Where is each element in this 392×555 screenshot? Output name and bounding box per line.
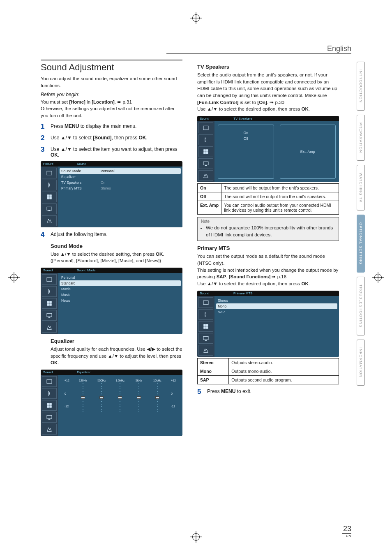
registration-mark-icon xyxy=(374,274,382,281)
tab-troubleshooting: TROUBLESHOOTING xyxy=(357,277,365,336)
tv-speakers-use: Use ▲/▼ to select the desired option, th… xyxy=(197,106,339,113)
section-tabs: INTRODUCTION PREPARATION WATCHING TV OPT… xyxy=(357,62,365,386)
tab-preparation: PREPARATION xyxy=(357,115,365,161)
install-icon xyxy=(42,322,57,333)
page-title: Sound Adjustment xyxy=(41,60,182,73)
tv-speakers-p: Select the audio output from the unit's … xyxy=(197,72,339,106)
svg-rect-7 xyxy=(47,278,52,281)
svg-rect-12 xyxy=(47,313,52,317)
ui-sidebar xyxy=(197,296,214,357)
content: Sound Adjustment You can adjust the soun… xyxy=(41,60,351,518)
svg-rect-24 xyxy=(204,152,206,154)
ui-sidebar xyxy=(41,273,58,334)
svg-rect-11 xyxy=(50,304,52,306)
step-number: 3 xyxy=(41,146,46,158)
language-header: English xyxy=(327,44,351,53)
tab-watching-tv: WATCHING TV xyxy=(357,165,365,210)
before-heading: Before you begin: xyxy=(41,91,182,98)
svg-rect-21 xyxy=(203,126,208,130)
primary-mts-table: StereoOutputs stereo-audio. MonoOutputs … xyxy=(197,358,339,384)
step-2: 2 Use ▲/▼ to select [Sound], then press … xyxy=(41,134,182,142)
sound-icon xyxy=(198,309,213,320)
svg-rect-28 xyxy=(203,301,208,304)
features-icon xyxy=(42,298,57,309)
svg-rect-34 xyxy=(205,340,207,340)
primary-mts-p2: This setting is not interlocked when you… xyxy=(197,267,339,280)
step-number: 4 xyxy=(41,231,46,239)
svg-rect-13 xyxy=(48,317,50,317)
picture-icon xyxy=(42,168,57,178)
ui-sidebar xyxy=(41,375,58,436)
tab-information: INFORMATION xyxy=(357,340,365,385)
picture-icon xyxy=(198,297,213,308)
sound-mode-p: Use ▲/▼ to select the desired setting, t… xyxy=(51,251,182,258)
svg-rect-31 xyxy=(204,326,206,328)
features-icon xyxy=(198,146,213,157)
tab-optional-setting: OPTIONAL SETTING xyxy=(357,215,365,273)
svg-rect-23 xyxy=(206,150,208,152)
svg-rect-0 xyxy=(47,171,52,175)
picture-icon xyxy=(42,376,57,387)
sound-mode-opts: ([Personal], [Standard], [Movie], [Music… xyxy=(51,257,182,264)
svg-rect-33 xyxy=(203,336,208,340)
ui-screenshot-primary-mts: SoundPrimary MTS Stereo Mono SAP xyxy=(197,291,339,357)
sound-icon xyxy=(42,286,57,297)
setup-icon xyxy=(42,310,57,321)
equalizer-heading: Equalizer xyxy=(51,338,182,344)
install-icon xyxy=(198,170,213,181)
setup-icon xyxy=(42,204,57,214)
svg-rect-20 xyxy=(48,419,50,419)
svg-rect-15 xyxy=(47,403,49,405)
svg-rect-19 xyxy=(47,415,52,419)
step-4: 4 Adjust the following items. xyxy=(41,231,182,239)
svg-rect-8 xyxy=(47,301,49,303)
svg-rect-3 xyxy=(47,197,49,199)
svg-rect-2 xyxy=(50,194,52,197)
svg-rect-32 xyxy=(206,326,208,328)
features-icon xyxy=(42,192,57,202)
ui-sidebar xyxy=(197,121,214,182)
ui-screenshot-equalizer: SoundEqualizer +120-12 120Hz 500Hz xyxy=(41,370,182,436)
ui-screenshot-sound-menu: PictureSound Sound ModePersonal Equalize… xyxy=(41,161,182,227)
svg-rect-9 xyxy=(50,301,52,303)
svg-rect-27 xyxy=(205,165,207,166)
intro-text: You can adjust the sound mode, equalizer… xyxy=(41,75,182,89)
ui-screenshot-sound-mode: SoundSound Mode Personal Standard Movie … xyxy=(41,268,182,334)
primary-mts-p1: You can set the output mode as a default… xyxy=(197,253,339,266)
right-column: TV Speakers Select the audio output from… xyxy=(197,60,351,518)
setup-icon xyxy=(198,158,213,169)
primary-mts-heading: Primary MTS xyxy=(197,245,339,251)
note-box: Note We do not guarantee 100% interopera… xyxy=(197,217,339,241)
sound-icon xyxy=(42,180,57,190)
header-rule xyxy=(166,53,351,54)
svg-rect-16 xyxy=(50,403,52,405)
svg-rect-1 xyxy=(47,194,49,197)
tv-speakers-heading: TV Speakers xyxy=(197,64,339,70)
page-number: 23 EN xyxy=(342,525,351,538)
page: English INTRODUCTION PREPARATION WATCHIN… xyxy=(29,12,363,543)
install-icon xyxy=(198,345,213,356)
svg-rect-25 xyxy=(206,152,208,154)
svg-rect-26 xyxy=(203,162,208,165)
svg-rect-6 xyxy=(48,210,50,211)
svg-rect-10 xyxy=(47,304,49,306)
setup-icon xyxy=(198,333,213,344)
step-1: 1 Press MENU to display the main menu. xyxy=(41,123,182,131)
svg-rect-18 xyxy=(50,406,52,408)
step-3: 3 Use ▲/▼ to select the item you want to… xyxy=(41,146,182,158)
svg-rect-29 xyxy=(204,324,206,326)
svg-rect-17 xyxy=(47,406,49,408)
registration-mark-icon xyxy=(10,274,18,281)
step-5: 5 Press MENU to exit. xyxy=(197,388,339,396)
setup-icon xyxy=(42,412,57,423)
svg-rect-4 xyxy=(50,197,52,199)
picture-icon xyxy=(198,123,213,133)
left-column: Sound Adjustment You can adjust the soun… xyxy=(41,60,182,518)
before-line-1: You must set [Home] in [Location]. ➠ p.3… xyxy=(41,99,182,106)
equalizer-p: Adjust tonal quality for each frequencie… xyxy=(51,346,182,366)
ui-screenshot-tv-speakers: SoundTV Speakers On Off xyxy=(197,116,339,182)
ui-sidebar xyxy=(41,166,58,227)
svg-rect-5 xyxy=(47,207,52,210)
install-icon xyxy=(42,215,57,226)
step-number: 1 xyxy=(41,123,46,131)
